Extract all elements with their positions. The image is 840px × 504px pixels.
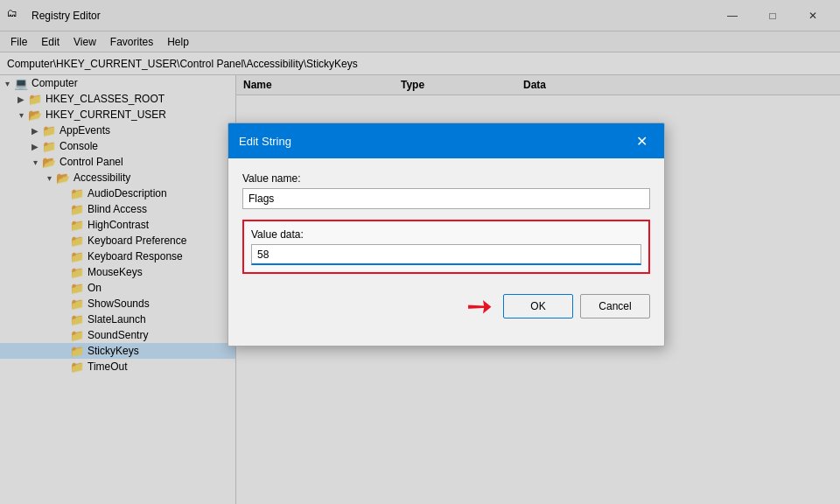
value-data-section: Value data: [242, 220, 650, 274]
dialog-body: Value name: Value data: ➙ OK Cancel [228, 158, 664, 346]
edit-string-dialog: Edit String ✕ Value name: Value data: ➙ … [228, 122, 665, 346]
dialog-close-button[interactable]: ✕ [629, 130, 654, 151]
arrow-icon: ➙ [466, 288, 493, 325]
dialog-title-bar: Edit String ✕ [228, 123, 664, 158]
dialog-title: Edit String [239, 135, 291, 148]
modal-overlay: Edit String ✕ Value name: Value data: ➙ … [0, 0, 840, 504]
value-data-label: Value data: [251, 228, 641, 241]
dialog-buttons-row: ➙ OK Cancel [242, 288, 650, 325]
value-name-input[interactable] [242, 188, 650, 209]
value-data-input[interactable] [251, 244, 641, 265]
cancel-button[interactable]: Cancel [580, 294, 650, 318]
value-name-label: Value name: [242, 172, 650, 185]
ok-button[interactable]: OK [503, 294, 573, 318]
